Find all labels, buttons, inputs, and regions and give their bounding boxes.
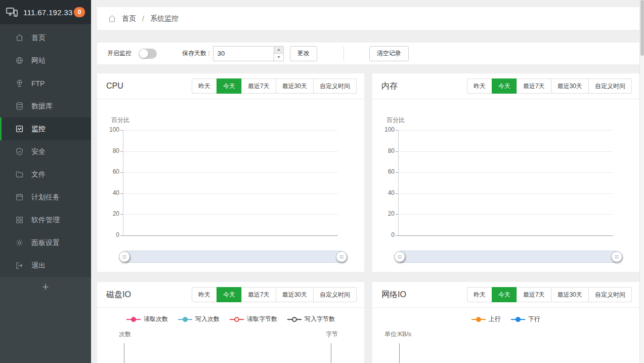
legend-item[interactable]: 读取字节数 <box>230 315 277 324</box>
monitor-toggle-switch[interactable] <box>139 49 157 59</box>
time-range-button[interactable]: 最近30天 <box>276 287 314 302</box>
gridline <box>398 193 613 194</box>
y-axis-tick-label: 60 <box>98 168 119 175</box>
left-y-axis-line <box>124 343 124 363</box>
shield-icon <box>15 147 24 156</box>
time-range-button[interactable]: 自定义时间 <box>313 78 357 94</box>
axis-tick <box>396 151 398 152</box>
time-range-button[interactable]: 自定义时间 <box>588 287 632 302</box>
memory-plot-area <box>398 130 613 235</box>
sidebar-item-label: 安全 <box>31 147 46 156</box>
save-days-label: 保存天数 : <box>182 49 210 58</box>
arrow-down-icon <box>277 56 280 58</box>
axis-tick <box>120 151 123 152</box>
time-range-button[interactable]: 最近7天 <box>517 287 551 302</box>
time-range-button[interactable]: 昨天 <box>192 78 217 94</box>
time-range-button[interactable]: 最近7天 <box>517 78 551 94</box>
time-range-button[interactable]: 最近30天 <box>276 78 314 94</box>
sidebar-item-logout[interactable]: 退出 <box>0 254 91 277</box>
time-range-button[interactable]: 今天 <box>492 287 517 302</box>
y-axis-tick-label: 0 <box>373 231 395 238</box>
monitor-settings-toolbar: 开启监控 保存天数 : 更改 清空记录 <box>97 43 639 64</box>
clear-records-button[interactable]: 清空记录 <box>369 46 409 61</box>
add-shortcut-button[interactable]: + <box>0 277 91 297</box>
time-range-button[interactable]: 最近30天 <box>551 78 589 94</box>
time-range-button[interactable]: 今天 <box>217 78 242 94</box>
save-days-input[interactable] <box>213 46 284 61</box>
message-count-badge[interactable]: 0 <box>74 7 85 17</box>
scrollbar-thumb[interactable] <box>640 0 644 56</box>
spinner-down-button[interactable] <box>274 54 283 61</box>
time-range-button[interactable]: 昨天 <box>467 78 492 94</box>
breadcrumb-separator: / <box>142 15 144 23</box>
memory-chart: 百分比 100806040200 <box>372 99 639 272</box>
sidebar-item-label: 数据库 <box>31 102 53 111</box>
home-icon[interactable] <box>107 14 117 23</box>
time-range-button[interactable]: 最近7天 <box>241 78 276 94</box>
disk-io-chart: 读取次数写入次数读取字节数写入字节数 次数 字节 <box>97 308 364 363</box>
legend-item[interactable]: 写入次数 <box>178 315 220 324</box>
legend-item[interactable]: 下行 <box>511 315 540 324</box>
legend-marker <box>178 317 192 322</box>
globe-icon <box>15 56 24 65</box>
datazoom-right-handle[interactable] <box>336 251 347 262</box>
cpu-time-range-group: 昨天今天最近7天最近30天自定义时间 <box>192 78 357 94</box>
sidebar-item-sites[interactable]: 网站 <box>0 49 91 72</box>
time-range-button[interactable]: 自定义时间 <box>313 287 357 302</box>
datazoom-right-handle[interactable] <box>611 251 622 262</box>
sidebar-item-files[interactable]: 文件 <box>0 163 91 186</box>
legend-item[interactable]: 上行 <box>471 315 501 324</box>
server-icon <box>6 7 18 17</box>
sidebar-menu: 首页网站FTP数据库监控安全文件计划任务软件管理面板设置退出 <box>0 24 91 277</box>
sidebar-header: 111.67.192.33 0 <box>0 0 91 24</box>
change-button[interactable]: 更改 <box>290 46 317 61</box>
datazoom-left-handle[interactable] <box>394 251 405 262</box>
gridline <box>123 193 338 194</box>
gridline <box>398 172 613 173</box>
sidebar-item-database[interactable]: 数据库 <box>0 95 91 117</box>
cpu-y-axis-title: 百分比 <box>111 116 130 125</box>
breadcrumb-home-link[interactable]: 首页 <box>122 14 136 23</box>
axis-tick <box>120 172 123 173</box>
time-range-button[interactable]: 最近30天 <box>551 287 589 302</box>
time-range-button[interactable]: 自定义时间 <box>588 78 632 94</box>
sidebar-item-ftp[interactable]: FTP <box>0 72 91 95</box>
time-range-button[interactable]: 今天 <box>492 78 517 94</box>
memory-datazoom-slider[interactable] <box>399 251 617 263</box>
y-axis-tick-label: 100 <box>373 126 395 133</box>
left-y-axis-line <box>399 343 400 363</box>
datazoom-left-handle[interactable] <box>119 251 130 262</box>
gridline <box>123 172 338 173</box>
sidebar-item-security[interactable]: 安全 <box>0 140 91 163</box>
sidebar-footer: + <box>0 277 91 363</box>
y-axis-tick-label: 60 <box>373 168 395 175</box>
page-scrollbar[interactable] <box>639 0 644 363</box>
time-range-button[interactable]: 今天 <box>217 287 242 302</box>
sidebar-item-label: 首页 <box>31 33 46 43</box>
axis-tick <box>396 235 398 236</box>
legend-marker <box>287 317 302 322</box>
memory-panel-title: 内存 <box>381 81 398 92</box>
spinner-up-button[interactable] <box>274 47 283 54</box>
legend-item[interactable]: 写入字节数 <box>287 315 335 324</box>
legend-marker <box>126 317 141 322</box>
memory-panel: 内存 昨天今天最近7天最近30天自定义时间 百分比 100806040200 <box>372 73 639 272</box>
gridline <box>123 151 338 152</box>
time-range-button[interactable]: 昨天 <box>467 287 492 302</box>
sidebar-item-settings[interactable]: 面板设置 <box>0 231 91 254</box>
cpu-datazoom-slider[interactable] <box>124 251 342 263</box>
sidebar-item-software[interactable]: 软件管理 <box>0 209 91 231</box>
time-range-button[interactable]: 最近7天 <box>241 287 276 302</box>
legend-item[interactable]: 读取次数 <box>126 315 168 324</box>
sidebar-item-label: 退出 <box>31 261 46 270</box>
disk-right-axis-label: 字节 <box>326 330 338 339</box>
cpu-panel: CPU 昨天今天最近7天最近30天自定义时间 百分比 100806040200 <box>97 73 364 272</box>
sidebar-item-cron[interactable]: 计划任务 <box>0 186 91 209</box>
cpu-plot-area <box>123 130 338 235</box>
y-axis-tick-label: 40 <box>98 189 119 196</box>
time-range-button[interactable]: 昨天 <box>192 287 217 302</box>
sidebar-item-home[interactable]: 首页 <box>0 26 91 49</box>
sidebar-item-monitor[interactable]: 监控 <box>0 117 91 140</box>
y-axis-tick-label: 20 <box>373 210 395 217</box>
network-time-range-group: 昨天今天最近7天最近30天自定义时间 <box>467 287 632 302</box>
